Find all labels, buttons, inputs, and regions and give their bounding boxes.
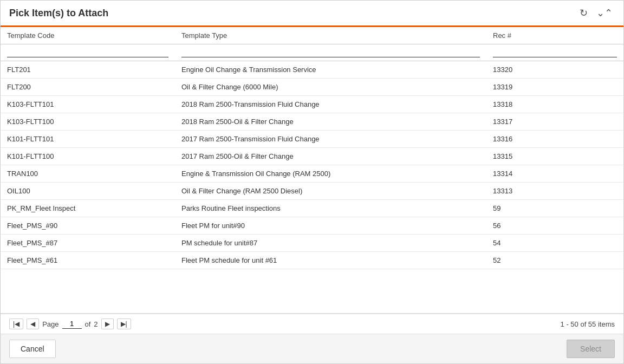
dialog-body: Template Code Template Type Rec # — [1, 27, 623, 334]
cell-code: Fleet_PMS_#87 — [1, 235, 175, 252]
filter-input-rec[interactable] — [493, 47, 617, 57]
cell-type: 2017 Ram 2500-Transmission Fluid Change — [175, 131, 486, 148]
cell-code: PK_RM_Fleet Inspect — [1, 200, 175, 217]
cell-type: 2017 Ram 2500-Oil & Filter Change — [175, 148, 486, 165]
cell-type: Fleet PM schedule for unit #61 — [175, 252, 486, 269]
cell-code: K103-FLTT101 — [1, 96, 175, 113]
column-header-type: Template Type — [175, 27, 486, 44]
cell-code: TRAN100 — [1, 165, 175, 183]
table-row[interactable]: Fleet_PMS_#61Fleet PM schedule for unit … — [1, 252, 623, 269]
select-button[interactable]: Select — [567, 340, 615, 358]
table-row[interactable]: FLT200Oil & Filter Change (6000 Mile)133… — [1, 79, 623, 96]
table-body: FLT201Engine Oil Change & Transmission S… — [1, 61, 623, 269]
cell-rec: 13319 — [486, 79, 623, 96]
total-pages: 2 — [94, 320, 98, 328]
cell-rec: 13313 — [486, 183, 623, 200]
cell-type: 2018 Ram 2500-Transmission Fluid Change — [175, 96, 486, 113]
table-row[interactable]: Fleet_PMS_#87PM schedule for unit#8754 — [1, 235, 623, 252]
pagination-left: |◀ ◀ Page of 2 ▶ ▶| — [9, 318, 131, 329]
dialog-header: Pick Item(s) to Attach ↻ ⌄⌃ — [1, 1, 623, 27]
table-row[interactable]: PK_RM_Fleet InspectParks Routine Fleet i… — [1, 200, 623, 217]
column-header-row: Template Code Template Type Rec # — [1, 27, 623, 44]
last-page-button[interactable]: ▶| — [117, 318, 131, 329]
cell-code: Fleet_PMS_#61 — [1, 252, 175, 269]
cell-rec: 52 — [486, 252, 623, 269]
cell-rec: 59 — [486, 200, 623, 217]
filter-input-code[interactable] — [7, 47, 168, 57]
pagination-bar: |◀ ◀ Page of 2 ▶ ▶| 1 - 50 of 55 items — [1, 314, 623, 334]
table-scroll[interactable]: Template Code Template Type Rec # — [1, 27, 623, 313]
filter-cell-code — [1, 44, 175, 61]
prev-page-button[interactable]: ◀ — [27, 318, 39, 329]
filter-cell-type — [175, 44, 486, 61]
header-icons: ↻ ⌄⌃ — [577, 6, 615, 20]
table-row[interactable]: K101-FLTT1012017 Ram 2500-Transmission F… — [1, 131, 623, 148]
cell-code: FLT200 — [1, 79, 175, 96]
collapse-button[interactable]: ⌄⌃ — [594, 6, 615, 20]
cell-rec: 56 — [486, 217, 623, 235]
cell-rec: 54 — [486, 235, 623, 252]
cell-type: Oil & Filter Change (RAM 2500 Diesel) — [175, 183, 486, 200]
cell-type: 2018 Ram 2500-Oil & Filter Change — [175, 113, 486, 131]
cell-type: Engine & Transmission Oil Change (RAM 25… — [175, 165, 486, 183]
column-header-rec: Rec # — [486, 27, 623, 44]
cell-rec: 13315 — [486, 148, 623, 165]
refresh-icon: ↻ — [580, 8, 588, 18]
cell-rec: 13316 — [486, 131, 623, 148]
cell-code: OIL100 — [1, 183, 175, 200]
column-header-code: Template Code — [1, 27, 175, 44]
page-input[interactable] — [62, 319, 82, 329]
first-page-button[interactable]: |◀ — [9, 318, 23, 329]
dialog-pick-items: Pick Item(s) to Attach ↻ ⌄⌃ Template Cod… — [0, 0, 624, 364]
cell-code: K103-FLTT100 — [1, 113, 175, 131]
table-row[interactable]: FLT201Engine Oil Change & Transmission S… — [1, 61, 623, 79]
table-row[interactable]: K101-FLTT1002017 Ram 2500-Oil & Filter C… — [1, 148, 623, 165]
table-row[interactable]: K103-FLTT1002018 Ram 2500-Oil & Filter C… — [1, 113, 623, 131]
filter-row — [1, 44, 623, 61]
filter-input-type[interactable] — [181, 47, 480, 57]
table-row[interactable]: Fleet_PMS_#90Fleet PM for unit#9056 — [1, 217, 623, 235]
table-row[interactable]: OIL100Oil & Filter Change (RAM 2500 Dies… — [1, 183, 623, 200]
cell-type: PM schedule for unit#87 — [175, 235, 486, 252]
table-row[interactable]: K103-FLTT1012018 Ram 2500-Transmission F… — [1, 96, 623, 113]
cell-rec: 13320 — [486, 61, 623, 79]
items-table: Template Code Template Type Rec # — [1, 27, 623, 269]
dialog-footer: Cancel Select — [1, 334, 623, 363]
cell-code: FLT201 — [1, 61, 175, 79]
pagination-summary: 1 - 50 of 55 items — [561, 320, 615, 328]
cell-type: Oil & Filter Change (6000 Mile) — [175, 79, 486, 96]
next-page-button[interactable]: ▶ — [101, 318, 114, 329]
cell-type: Engine Oil Change & Transmission Service — [175, 61, 486, 79]
cell-code: K101-FLTT100 — [1, 148, 175, 165]
of-label: of — [85, 320, 91, 328]
filter-cell-rec — [486, 44, 623, 61]
table-row[interactable]: TRAN100Engine & Transmission Oil Change … — [1, 165, 623, 183]
cell-type: Fleet PM for unit#90 — [175, 217, 486, 235]
cell-rec: 13317 — [486, 113, 623, 131]
page-label: Page — [42, 320, 58, 328]
cell-type: Parks Routine Fleet inspections — [175, 200, 486, 217]
cell-rec: 13314 — [486, 165, 623, 183]
cancel-button[interactable]: Cancel — [9, 340, 56, 358]
dialog-title: Pick Item(s) to Attach — [9, 8, 108, 19]
table-wrapper: Template Code Template Type Rec # — [1, 27, 623, 314]
refresh-button[interactable]: ↻ — [577, 6, 590, 20]
cell-rec: 13318 — [486, 96, 623, 113]
cell-code: Fleet_PMS_#90 — [1, 217, 175, 235]
cell-code: K101-FLTT101 — [1, 131, 175, 148]
collapse-icon: ⌄⌃ — [596, 8, 613, 18]
